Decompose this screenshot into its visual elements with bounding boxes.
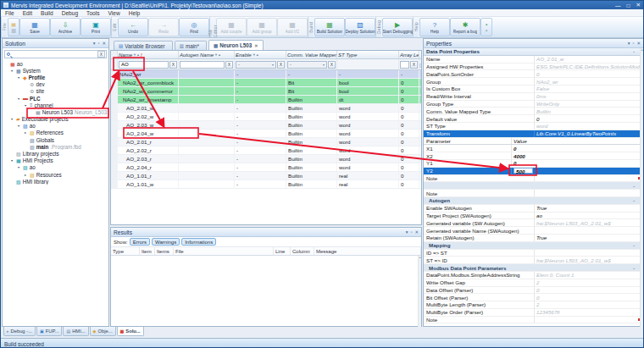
property-row[interactable]: X1 0 xyxy=(424,145,643,152)
grid-row[interactable]: AO_1.01_r - Builtin real 0 xyxy=(111,172,421,180)
property-row[interactable]: Data Offset (Parser) 0 xyxy=(424,287,643,295)
property-row[interactable]: ST Type word xyxy=(424,123,643,130)
tree-item[interactable]: ▥ main .Program.fbd xyxy=(3,143,108,150)
sort-filter-icon[interactable]: ▼▲ xyxy=(133,52,140,57)
property-row[interactable]: Is Custom Box False xyxy=(424,86,643,93)
property-value[interactable]: Lib.Core.V1_0.LinearByTwoPoints xyxy=(535,130,643,137)
property-value[interactable]: 0 xyxy=(512,160,643,167)
results-column-item[interactable]: Item xyxy=(140,247,155,255)
column-header-st-type[interactable]: ST Type xyxy=(337,51,399,58)
property-value[interactable]: ao xyxy=(535,213,643,219)
property-value[interactable]: AO_2.01_w xyxy=(535,56,643,63)
property-value[interactable] xyxy=(535,227,643,234)
property-value[interactable]: Elem 0, Count 1 xyxy=(535,272,643,279)
chevron-down-icon[interactable]: ▾ xyxy=(406,229,408,235)
property-row[interactable]: MultiByte Order (Parser) 12345678 xyxy=(424,309,643,317)
clear-search-button[interactable]: X xyxy=(97,51,105,58)
property-value[interactable] xyxy=(535,190,643,196)
property-row[interactable]: Name AO_2.01_w xyxy=(424,56,643,64)
tree-item[interactable]: ▾ ▦ HMI Projects xyxy=(3,157,108,164)
property-value[interactable]: 4000 xyxy=(512,152,643,159)
autogen-filter-input[interactable] xyxy=(180,61,225,69)
menu-item[interactable]: View xyxy=(104,9,125,16)
toolbar-button[interactable]: File File xyxy=(1,17,8,37)
property-value[interactable]: Value xyxy=(512,138,643,145)
property-row[interactable]: Parameter Value xyxy=(424,138,643,146)
property-row[interactable]: Y2 500 xyxy=(424,168,643,175)
results-column-type[interactable]: Type xyxy=(111,247,140,255)
property-row[interactable]: Mapping - xyxy=(424,242,643,250)
menu-item[interactable]: Debug xyxy=(58,9,82,16)
toolbar-button[interactable]: Build Solution ▦ Build Solution xyxy=(314,18,345,36)
property-row[interactable]: Comm. Value Mapped Type Builtin xyxy=(424,108,643,115)
close-icon[interactable]: ✕ xyxy=(414,229,419,235)
property-value[interactable]: True xyxy=(535,205,643,212)
property-value[interactable]: 0ms xyxy=(535,93,643,100)
toolbar-button[interactable]: Add group ▦ Add group xyxy=(247,18,277,36)
property-row[interactable]: Autogen - xyxy=(424,197,643,205)
property-row[interactable]: Read/Write Interval 0ms xyxy=(424,93,643,101)
tree-item[interactable]: ▨ Globals xyxy=(3,136,108,143)
name-filter-input[interactable]: AO xyxy=(119,61,169,69)
tree-item[interactable]: ▾ ▨ ao xyxy=(3,164,108,171)
property-value[interactable] xyxy=(535,250,643,257)
property-value[interactable]: 0 xyxy=(535,287,643,294)
menu-item[interactable]: Help xyxy=(125,9,145,16)
property-value[interactable]: 0 xyxy=(535,70,643,77)
grid-row[interactable]: AO_2.04_r - Builtin word 0 xyxy=(111,163,421,172)
property-row[interactable]: Transform Lib.Core.V1_0.LinearByTwoPoint… xyxy=(424,130,643,138)
chevron-down-icon[interactable]: ▾ xyxy=(628,41,630,46)
results-column-line[interactable]: Line xyxy=(274,247,291,255)
property-row[interactable]: Target Project (SWAutogen) ao xyxy=(424,213,643,220)
toolbar-button[interactable]: ▤ ▥ xyxy=(8,18,19,36)
minimize-button[interactable]: — xyxy=(615,3,621,8)
bottom-panel-tab[interactable]: ◆ Obje... xyxy=(90,327,116,336)
toolbar-button[interactable]: Debug Debug xyxy=(375,17,382,37)
property-row[interactable]: DataPoint.Modbus.SimpleAddressString Ele… xyxy=(424,272,643,279)
search-input[interactable] xyxy=(12,51,97,58)
grid-row[interactable]: AO_2.04_w - Builtin word 0 xyxy=(111,130,421,138)
tree-item[interactable]: ▾ ◆ Profile xyxy=(3,74,108,80)
property-value[interactable]: hw.$Neuron L503_AO_2.01_w$ xyxy=(535,257,643,263)
property-value[interactable] xyxy=(535,317,643,323)
toolbar-button[interactable]: Build Build xyxy=(308,17,314,37)
tree-item[interactable]: ⚙ dev xyxy=(3,81,108,88)
property-row[interactable]: Y1 0 xyxy=(424,160,643,168)
chevron-down-icon[interactable]: ▾ xyxy=(93,41,96,46)
sort-filter-icon[interactable]: ▼▲ xyxy=(214,52,221,57)
menu-item[interactable]: File xyxy=(1,9,19,16)
toolbar-button[interactable]: Add I/O ▦ Add I/O xyxy=(277,18,308,36)
mapper-filter-dropdown[interactable]: - xyxy=(287,61,327,69)
pin-icon[interactable]: ▫ xyxy=(632,41,634,46)
grid-row[interactable]: NAo2_wr_commerror - Bit bool 0 xyxy=(111,87,421,96)
property-value[interactable]: 0 xyxy=(512,145,643,152)
results-column-file[interactable]: File xyxy=(174,247,274,255)
results-column-message[interactable]: Message xyxy=(314,247,421,255)
tree-item[interactable]: ▧ Library projects xyxy=(3,150,108,157)
property-row[interactable]: Data Point Properties - xyxy=(424,48,643,56)
property-row[interactable]: Enable SWAutogen True xyxy=(424,205,643,213)
grid-row[interactable]: NAo2_wr - - - - xyxy=(111,70,421,79)
property-row[interactable]: MultiByte Length (Parser) 2 xyxy=(424,301,643,309)
property-value[interactable]: hw.$Neuron L503_AO_2.01_w$ xyxy=(535,219,643,226)
maximize-button[interactable]: □ xyxy=(627,3,630,8)
document-tab[interactable]: ▥ main* xyxy=(175,41,207,50)
clear-filter-button[interactable]: X xyxy=(225,61,233,69)
results-filter-button[interactable]: Warnings xyxy=(152,238,180,246)
grid-row[interactable]: AO_2.03_r - Builtin word 0 xyxy=(111,155,421,163)
toolbar-button[interactable]: ▪ ▪ xyxy=(480,18,492,36)
property-row[interactable]: Assigned HW Properties ESG.SharkPLC.IDE.… xyxy=(424,64,643,71)
toolbar-button[interactable]: Help ? Help xyxy=(419,18,450,36)
property-row[interactable]: Note xyxy=(424,317,643,324)
toolbar-button[interactable]: Find ◎ Find xyxy=(179,18,209,36)
tree-item[interactable]: ▦ Neuron L503 Neuron_L503:1.0.v2_1 xyxy=(3,108,108,115)
tree-item[interactable]: ▦ ao xyxy=(3,60,108,67)
toolbar-button[interactable]: Deploy Solution ▧ Deploy Solution xyxy=(345,18,375,36)
property-value[interactable] xyxy=(535,175,643,182)
property-value[interactable]: 2 xyxy=(535,279,643,286)
tree-item[interactable]: ▸ ▨ References xyxy=(3,130,108,136)
bottom-panel-tab[interactable]: ▸ Debug -... xyxy=(3,327,36,336)
column-options-icon[interactable]: ◨ xyxy=(419,61,422,69)
grid-row[interactable]: AO_2.03_w - Builtin word 0 xyxy=(111,121,421,130)
property-value[interactable]: True xyxy=(535,235,643,241)
